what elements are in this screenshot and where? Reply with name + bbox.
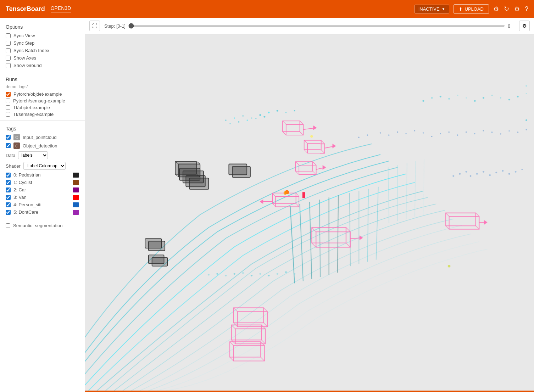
svg-point-66 <box>483 130 484 132</box>
refresh-icon[interactable]: ↻ <box>504 5 509 13</box>
run-tf-semseg-checkbox[interactable] <box>6 112 10 117</box>
svg-point-95 <box>285 271 287 273</box>
svg-point-44 <box>277 110 278 112</box>
sync-batch-index-label: Sync Batch Index <box>13 48 49 53</box>
svg-rect-180 <box>149 255 164 263</box>
gear-icon[interactable]: ⚙ <box>514 5 520 13</box>
divider-2 <box>0 121 85 121</box>
svg-point-67 <box>491 131 493 133</box>
plugin-tab[interactable]: OPEN3D <box>51 5 71 12</box>
bottom-progress-bar <box>85 391 534 392</box>
svg-point-39 <box>234 117 235 119</box>
label-dontcare: 5: DontCare <box>0 208 85 216</box>
3d-viewer[interactable] <box>85 34 534 391</box>
svg-point-42 <box>259 114 261 116</box>
svg-point-182 <box>283 191 287 195</box>
sync-batch-index-checkbox[interactable] <box>6 48 11 53</box>
svg-point-68 <box>500 133 501 135</box>
svg-point-38 <box>225 119 227 121</box>
svg-point-92 <box>259 273 261 275</box>
tag-input-pointcloud-checkbox[interactable] <box>6 135 11 140</box>
settings-icon[interactable]: ⚙ <box>493 5 499 13</box>
svg-point-69 <box>508 130 510 132</box>
semantic-segmentation-checkbox[interactable] <box>6 223 10 228</box>
viewer-settings-button[interactable]: ⚙ <box>519 21 530 31</box>
svg-point-94 <box>277 273 278 275</box>
svg-point-78 <box>476 173 478 175</box>
run-pytorch-objdet-checkbox[interactable] <box>6 92 11 97</box>
svg-point-28 <box>526 93 527 94</box>
label-person-sitt-checkbox[interactable] <box>6 202 11 207</box>
svg-point-91 <box>251 275 252 276</box>
viewer-toolbar: ⛶ Step: [0-1] 0 ⚙ <box>85 18 534 34</box>
show-ground-label: Show Ground <box>13 63 42 68</box>
svg-point-97 <box>310 135 313 138</box>
header-icons: ⚙ ↻ ⚙ ? <box>493 5 528 13</box>
tag-object-detection-label: Object_detection <box>23 143 57 149</box>
svg-rect-178 <box>145 239 161 248</box>
data-row: Data labels colors intensities <box>0 150 85 161</box>
svg-point-58 <box>414 130 416 132</box>
chevron-down-icon: ▼ <box>442 7 445 11</box>
step-value: 0 <box>508 23 515 29</box>
label-person-sitt-text: 4: Person_sitt <box>13 202 70 207</box>
data-select[interactable]: labels colors intensities <box>18 151 48 159</box>
svg-point-41 <box>251 117 252 119</box>
show-axes-label: Show Axes <box>13 55 36 61</box>
tag-object-detection-checkbox[interactable] <box>6 143 11 148</box>
run-tf-objdet-checkbox[interactable] <box>6 105 10 110</box>
expand-button[interactable]: ⛶ <box>89 21 100 31</box>
label-pedestrian-checkbox[interactable] <box>6 173 11 178</box>
label-car-checkbox[interactable] <box>6 187 11 192</box>
svg-point-20 <box>457 95 458 96</box>
svg-point-56 <box>397 131 398 133</box>
tensorboard-logo: TensorBoard <box>6 5 45 13</box>
svg-point-93 <box>268 275 270 276</box>
svg-point-88 <box>225 275 227 276</box>
svg-point-53 <box>367 135 368 136</box>
tag-input-pointcloud: ⬡ Input_pointcloud <box>0 133 85 141</box>
svg-point-98 <box>448 265 450 267</box>
sync-view-checkbox[interactable] <box>6 33 11 38</box>
svg-point-55 <box>388 135 390 136</box>
run-pytorch-semseg-checkbox[interactable] <box>6 99 10 103</box>
svg-point-16 <box>422 100 424 102</box>
tag-object-detection: ⬡ Object_detection <box>0 141 85 150</box>
show-ground-checkbox[interactable] <box>6 63 11 68</box>
label-pedestrian-text: 0: Pedestrian <box>13 172 70 178</box>
upload-button[interactable]: ⬆ UPLOAD <box>454 4 489 14</box>
sync-batch-index-row: Sync Batch Index <box>0 47 85 54</box>
svg-point-87 <box>216 273 218 275</box>
svg-point-90 <box>242 272 244 274</box>
show-ground-row: Show Ground <box>0 62 85 69</box>
svg-point-54 <box>380 133 381 134</box>
label-dontcare-checkbox[interactable] <box>6 210 11 215</box>
label-van-text: 3: Van <box>13 195 70 200</box>
svg-point-46 <box>294 110 295 112</box>
semantic-segmentation-label: Semantic_segmentation <box>13 223 62 228</box>
svg-point-82 <box>502 170 504 172</box>
show-axes-checkbox[interactable] <box>6 56 11 61</box>
status-dropdown[interactable]: INACTIVE ▼ <box>415 5 449 13</box>
svg-point-49 <box>247 119 248 121</box>
help-icon[interactable]: ? <box>525 5 528 13</box>
svg-point-19 <box>448 98 450 100</box>
run-item-pytorch-semseg: Pytorch/semseg-example <box>0 97 85 104</box>
svg-point-80 <box>489 174 491 176</box>
svg-point-74 <box>452 175 454 177</box>
run-item-pytorch-objdet: Pytorch/objdet-example <box>0 91 85 97</box>
main-layout: Options Sync View Sync Step Sync Batch I… <box>0 18 534 392</box>
step-slider[interactable] <box>128 25 505 27</box>
run-pytorch-objdet-label: Pytorch/objdet-example <box>13 91 62 97</box>
show-axes-row: Show Axes <box>0 54 85 62</box>
runs-title: Runs <box>0 75 85 84</box>
shader-select[interactable]: Label Colormap Default Rainbow <box>23 162 66 170</box>
sync-step-checkbox[interactable] <box>6 41 11 46</box>
svg-point-50 <box>255 118 257 119</box>
step-label: Step: [0-1] <box>104 23 126 29</box>
svg-rect-183 <box>302 192 305 198</box>
svg-point-60 <box>431 136 433 137</box>
label-van-checkbox[interactable] <box>6 195 11 200</box>
label-cyclist-checkbox[interactable] <box>6 180 11 185</box>
svg-point-70 <box>517 131 518 133</box>
